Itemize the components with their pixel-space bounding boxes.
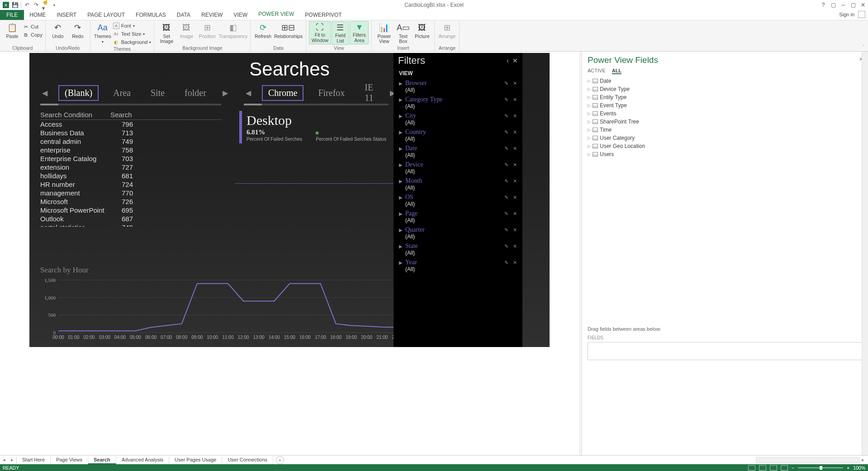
filter-item[interactable]: ▶Browser✎✕(All) bbox=[394, 78, 522, 95]
filter-item[interactable]: ▶Page✎✕(All) bbox=[394, 209, 522, 225]
right-scrollbar[interactable] bbox=[244, 104, 389, 105]
textsize-button[interactable]: A↕Text Size▾ bbox=[113, 30, 152, 38]
view-normal-icon[interactable] bbox=[748, 465, 755, 471]
expand-icon[interactable]: ▶ bbox=[399, 97, 403, 102]
sheet-prev-icon[interactable]: ▸ bbox=[8, 457, 16, 463]
copy-button[interactable]: ⧉Copy bbox=[23, 31, 43, 38]
field-item[interactable]: ▷Users bbox=[588, 150, 863, 158]
relationships-button[interactable]: ⊞⊟Relationships bbox=[273, 21, 303, 45]
expand-icon[interactable]: ▶ bbox=[399, 81, 403, 86]
sheet-last-icon[interactable]: ▸ bbox=[859, 457, 867, 463]
image-button[interactable]: 🖼Image bbox=[177, 21, 196, 45]
fit-to-window-button[interactable]: ⛶Fit to Window bbox=[309, 21, 331, 44]
qat-customize-icon[interactable]: ▾ bbox=[51, 2, 57, 8]
field-item[interactable]: ▷Event Type bbox=[588, 101, 863, 109]
transparency-button[interactable]: ◧Transparency bbox=[218, 21, 247, 45]
filter-item[interactable]: ▶Quarter✎✕(All) bbox=[394, 225, 522, 241]
expand-icon[interactable]: ▷ bbox=[588, 111, 591, 116]
filter-mode-icon[interactable]: ✎ bbox=[504, 146, 508, 152]
filter-clear-icon[interactable]: ✕ bbox=[513, 227, 517, 233]
left-tab-area[interactable]: Area bbox=[108, 86, 136, 100]
close-icon[interactable]: ✕ bbox=[860, 2, 866, 8]
ribbon-display-icon[interactable]: ▢ bbox=[830, 2, 836, 8]
expand-icon[interactable]: ▷ bbox=[588, 103, 591, 108]
table-row[interactable]: hollidays681 bbox=[40, 171, 221, 180]
filter-item[interactable]: ▶Country✎✕(All) bbox=[394, 127, 522, 143]
left-tab-folder[interactable]: folder bbox=[179, 86, 212, 100]
zoom-out-icon[interactable]: − bbox=[792, 465, 794, 471]
expand-icon[interactable]: ▶ bbox=[399, 211, 403, 216]
filter-mode-icon[interactable]: ✎ bbox=[504, 195, 508, 200]
table-row[interactable]: Outlook687 bbox=[40, 214, 221, 223]
table-row[interactable]: Microsoft PowerPoint695 bbox=[40, 206, 221, 214]
help-icon[interactable]: ? bbox=[820, 2, 826, 8]
field-list-button[interactable]: ☰Field List bbox=[332, 21, 349, 45]
view-custom-icon[interactable] bbox=[781, 465, 788, 471]
refresh-button[interactable]: ⟳Refresh bbox=[253, 21, 272, 45]
table-row[interactable]: extension727 bbox=[40, 163, 221, 171]
right-tab-chrome[interactable]: Chrome bbox=[262, 85, 304, 101]
field-item[interactable]: ▷User Geo Location bbox=[588, 142, 863, 150]
expand-icon[interactable]: ▶ bbox=[399, 179, 403, 184]
view-page-break-icon[interactable] bbox=[770, 465, 777, 471]
cut-button[interactable]: ✂Cut bbox=[23, 23, 43, 30]
filter-clear-icon[interactable]: ✕ bbox=[513, 81, 517, 86]
redo-icon[interactable]: ↷ bbox=[33, 2, 39, 8]
table-row[interactable]: Enterprise Catalog703 bbox=[40, 154, 221, 163]
view-tab[interactable]: VIEW bbox=[228, 10, 253, 20]
expand-icon[interactable]: ▷ bbox=[588, 79, 591, 83]
filter-clear-icon[interactable]: ✕ bbox=[513, 211, 517, 217]
filter-mode-icon[interactable]: ✎ bbox=[504, 178, 508, 184]
left-tab-blank[interactable]: (Blank) bbox=[58, 85, 99, 101]
fields-drop-area[interactable] bbox=[588, 342, 863, 360]
right-tab-ie11[interactable]: IE 11 bbox=[359, 81, 379, 105]
filter-item[interactable]: ▶Category Type✎✕(All) bbox=[394, 95, 522, 111]
background-button[interactable]: ◐Background▾ bbox=[113, 38, 152, 46]
table-row[interactable]: Microsoft726 bbox=[40, 197, 221, 206]
expand-icon[interactable]: ▶ bbox=[399, 244, 403, 249]
formulas-tab[interactable]: FORMULAS bbox=[130, 10, 171, 20]
set-image-button[interactable]: 🖼Set Image bbox=[157, 21, 176, 45]
sheet-tab[interactable]: User Pages Usage bbox=[169, 456, 222, 464]
expand-icon[interactable]: ▷ bbox=[588, 152, 591, 157]
table-row[interactable]: enterprise758 bbox=[40, 146, 221, 154]
filter-clear-icon[interactable]: ✕ bbox=[513, 260, 517, 266]
filter-clear-icon[interactable]: ✕ bbox=[513, 195, 517, 200]
font-button[interactable]: AFont▾ bbox=[113, 22, 152, 29]
filters-close-icon[interactable]: ✕ bbox=[512, 57, 518, 64]
filter-clear-icon[interactable]: ✕ bbox=[513, 97, 517, 103]
filter-item[interactable]: ▶OS✎✕(All) bbox=[394, 192, 522, 209]
table-row[interactable]: HR number724 bbox=[40, 180, 221, 189]
sheet-tab[interactable]: Search bbox=[88, 456, 116, 464]
zoom-level[interactable]: 100% bbox=[853, 465, 865, 471]
expand-icon[interactable]: ▷ bbox=[588, 119, 591, 124]
filters-area-button[interactable]: ▼Filters Area bbox=[350, 21, 369, 44]
power-view-tab[interactable]: POWER VIEW bbox=[253, 9, 299, 20]
touch-mode-icon[interactable]: ☝▾ bbox=[42, 2, 48, 8]
filter-mode-icon[interactable]: ✎ bbox=[504, 162, 508, 168]
sheet-tab[interactable]: Advanced Analysis bbox=[116, 456, 169, 464]
view-page-layout-icon[interactable] bbox=[759, 465, 766, 471]
expand-icon[interactable]: ▷ bbox=[588, 95, 591, 100]
right-tab-firefox[interactable]: Firefox bbox=[313, 86, 350, 100]
undo-button[interactable]: ↶Undo bbox=[48, 21, 67, 45]
sign-in-link[interactable]: Sign in bbox=[839, 12, 854, 17]
collapse-ribbon-icon[interactable]: ˇ bbox=[861, 45, 866, 50]
filter-item[interactable]: ▶Date✎✕(All) bbox=[394, 143, 522, 160]
sheet-tab[interactable]: User Connections bbox=[222, 456, 273, 464]
save-icon[interactable]: 💾 bbox=[12, 2, 18, 8]
fields-tab-all[interactable]: ALL bbox=[612, 68, 621, 74]
field-item[interactable]: ▷Entity Type bbox=[588, 93, 863, 101]
review-tab[interactable]: REVIEW bbox=[196, 10, 228, 20]
sheet-tab[interactable]: Start Here bbox=[17, 456, 51, 464]
field-item[interactable]: ▷Events bbox=[588, 109, 863, 118]
table-row[interactable]: Access796 bbox=[40, 120, 221, 128]
filter-clear-icon[interactable]: ✕ bbox=[513, 146, 517, 152]
paste-button[interactable]: 📋 Paste bbox=[3, 21, 22, 45]
power-pivot-tab[interactable]: POWERPIVOT bbox=[299, 10, 347, 20]
table-row[interactable]: central admin749 bbox=[40, 137, 221, 146]
field-item[interactable]: ▷Time bbox=[588, 126, 863, 134]
expand-icon[interactable]: ▶ bbox=[399, 162, 403, 167]
filter-clear-icon[interactable]: ✕ bbox=[513, 113, 517, 119]
filter-clear-icon[interactable]: ✕ bbox=[513, 162, 517, 168]
